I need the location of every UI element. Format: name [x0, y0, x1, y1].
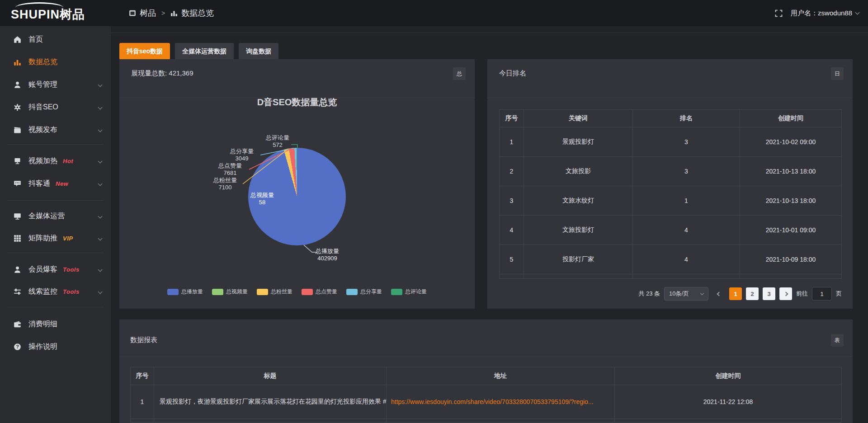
user-menu[interactable]: 用户名：zswodun88: [791, 9, 859, 18]
breadcrumb: 树品 > 数据总览: [129, 0, 214, 26]
impressions-panel: 展现量总数: 421,369 总 D音SEO数据量总览 总评论量 572 总分享…: [119, 59, 475, 309]
pie-label-value: 58: [240, 199, 285, 206]
chevron-left-icon: [717, 291, 721, 296]
sidebar-item-douyin-seo[interactable]: 抖音SEO: [0, 96, 111, 118]
panel-header: 数据报表 表: [119, 320, 853, 357]
sidebar-item-label: 视频加热: [28, 156, 57, 166]
table-cell: 2021-10-13 18:00: [740, 157, 842, 186]
pie-label-plays: 总播放量 402909: [305, 248, 350, 262]
report-table: 序号 标题 地址 创建时间 1 景观投影灯，夜游景观投影灯厂家展示展示落花灯在花…: [130, 367, 842, 423]
chevron-down-icon: [855, 10, 860, 14]
prev-page-button[interactable]: [712, 287, 725, 300]
legend-item[interactable]: 总点赞量: [302, 288, 337, 296]
sidebar-item-accounts[interactable]: 账号管理: [0, 73, 111, 96]
pie-label-fans: 总粉丝量 7100: [203, 177, 248, 191]
data-tabs: 抖音seo数据 全媒体运营数据 询盘数据: [119, 43, 278, 60]
page-button-2[interactable]: 2: [746, 287, 759, 300]
table-cell: 5: [499, 245, 524, 274]
bar-chart-icon: [170, 9, 178, 17]
clapperboard-icon: [14, 126, 21, 134]
sidebar: 首页 数据总览 账号管理 抖音SEO 视频发布 视频加热 Hot: [0, 26, 111, 423]
menu-badge-tools: Tools: [63, 288, 80, 295]
sidebar-item-help[interactable]: ? 操作说明: [0, 335, 111, 358]
legend-item[interactable]: 总粉丝量: [257, 288, 292, 296]
sidebar-item-spend-details[interactable]: 消费明细: [0, 313, 111, 335]
sidebar-item-label: 首页: [28, 35, 43, 44]
page-button-1[interactable]: 1: [729, 287, 742, 300]
page-size-select[interactable]: 10条/页: [664, 287, 708, 301]
pie-label-comments: 总评论量 572: [255, 134, 300, 149]
sidebar-item-video-heat[interactable]: 视频加热 Hot: [0, 150, 111, 172]
chart-title: D音SEO数据量总览: [119, 96, 475, 108]
legend-item[interactable]: 总评论量: [391, 288, 427, 296]
table-cell: 文旅投影灯: [524, 216, 633, 245]
user-icon: [14, 81, 21, 89]
sidebar-item-douketong[interactable]: 抖客通 New: [0, 172, 111, 195]
tab-omnimedia-data[interactable]: 全媒体运营数据: [175, 43, 234, 60]
pie-label-value: 402909: [305, 255, 350, 262]
report-link[interactable]: https://www.iesdouyin.com/share/video/70…: [387, 385, 615, 419]
sidebar-item-label: 账号管理: [28, 80, 57, 89]
tab-label: 全媒体运营数据: [182, 47, 226, 56]
page-size-value: 10条/页: [669, 290, 689, 298]
sidebar-item-member-leads[interactable]: 会员爆客 Tools: [0, 258, 111, 281]
next-page-button[interactable]: [779, 287, 792, 300]
day-badge-button[interactable]: 日: [831, 67, 844, 80]
sidebar-item-omnimedia[interactable]: 全媒体运营: [0, 205, 111, 227]
column-header: 创建时间: [615, 367, 842, 385]
sidebar-item-video-publish[interactable]: 视频发布: [0, 118, 111, 141]
tab-inquiry-data[interactable]: 询盘数据: [239, 43, 278, 60]
table-cell: 文旅投影: [524, 157, 633, 186]
chevron-down-icon: [98, 236, 103, 241]
sidebar-item-data-overview[interactable]: 数据总览: [0, 51, 111, 73]
pie-label-name: 总分享量: [219, 148, 264, 155]
legend-item[interactable]: 总分享量: [346, 288, 382, 296]
sidebar-item-clue-monitor[interactable]: 线索监控 Tools: [0, 280, 111, 303]
total-badge-button[interactable]: 总: [453, 67, 466, 80]
header-right: 用户名：zswodun88: [775, 0, 859, 26]
pie-label-name: 总评论量: [255, 134, 300, 141]
legend-item[interactable]: 总播放量: [167, 288, 203, 296]
menu-badge-vip: VIP: [63, 235, 73, 242]
goto-page-input[interactable]: [812, 287, 832, 301]
breadcrumb-root[interactable]: 树品: [140, 8, 156, 19]
table-cell: 1: [633, 186, 740, 216]
sidebar-item-home[interactable]: 首页: [0, 28, 111, 51]
table-cell: 2021-10-13 18:00: [740, 186, 842, 216]
sidebar-item-matrix-boost[interactable]: 矩阵助推 VIP: [0, 227, 111, 249]
table-badge-button[interactable]: 表: [831, 334, 844, 347]
home-icon: [14, 36, 21, 43]
table-cell: 投影灯厂家: [524, 245, 633, 274]
table-row-clipped: [499, 274, 524, 279]
chevron-down-icon: [98, 182, 103, 186]
tab-douyin-seo[interactable]: 抖音seo数据: [119, 43, 170, 60]
app-window-icon: [129, 9, 136, 17]
legend-swatch: [212, 289, 223, 295]
column-header: 排名: [633, 109, 740, 127]
goto-label: 前往: [796, 290, 808, 298]
chevron-down-icon: [98, 290, 103, 294]
legend-swatch: [391, 289, 402, 295]
sidebar-divider: [7, 144, 104, 145]
report-panel: 数据报表 表 序号 标题 地址 创建时间 1 景观投影灯，夜游景观投影灯厂家展示…: [119, 320, 853, 423]
table-cell: 4: [633, 216, 740, 245]
chevron-down-icon: [98, 83, 103, 87]
pie-label-name: 总播放量: [305, 248, 350, 255]
tab-label: 询盘数据: [246, 47, 271, 56]
ranking-panel: 今日排名 日 序号 关键词 排名 创建时间 1 景观投影灯 3 2021-10-…: [487, 59, 853, 309]
legend-label: 总分享量: [360, 288, 382, 296]
fullscreen-icon[interactable]: [775, 9, 783, 17]
legend-label: 总视频量: [226, 288, 248, 296]
ranking-title: 今日排名: [499, 69, 526, 78]
legend-label: 总点赞量: [316, 288, 337, 296]
table-cell: 4: [633, 245, 740, 274]
page-button-3[interactable]: 3: [763, 287, 775, 300]
sidebar-item-label: 线索监控: [28, 287, 57, 296]
legend-item[interactable]: 总视频量: [212, 288, 248, 296]
sidebar-divider: [7, 307, 104, 307]
chevron-down-icon: [98, 128, 103, 132]
ranking-table: 序号 关键词 排名 创建时间 1 景观投影灯 3 2021-10-02 09:0…: [499, 109, 842, 279]
column-header: 关键词: [524, 109, 633, 127]
table-cell: 3: [633, 157, 740, 186]
sidebar-item-label: 抖客通: [28, 179, 50, 188]
